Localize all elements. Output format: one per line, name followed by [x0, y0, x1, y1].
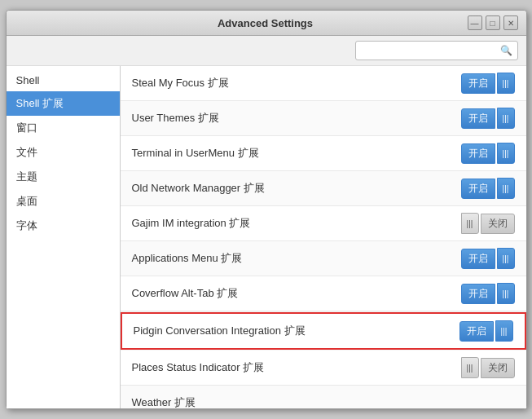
sidebar-item-shell[interactable]: Shell [7, 69, 120, 91]
row-label-user-themes: User Themes 扩展 [132, 111, 461, 126]
toggle-on-button-steal-my-focus[interactable]: 开启 [461, 73, 495, 94]
row-label-gajim-im: Gajim IM integration 扩展 [132, 216, 461, 231]
settings-row-places-status: Places Status Indicator 扩展|||关闭 [121, 351, 526, 386]
toggle-on-button-coverflow-alt-tab[interactable]: 开启 [461, 284, 495, 304]
settings-row-coverflow-alt-tab: Coverflow Alt-Tab 扩展开启||| [121, 276, 526, 311]
toggle-group-old-network-manager: 开启||| [461, 178, 515, 199]
toggle-on-button-applications-menu[interactable]: 开启 [461, 249, 495, 269]
row-label-applications-menu: Applications Menu 扩展 [132, 251, 461, 266]
sidebar: ShellShell 扩展窗口文件主题桌面字体 [7, 66, 121, 408]
row-label-old-network-manager: Old Network Managger 扩展 [132, 181, 461, 196]
settings-row-gajim-im: Gajim IM integration 扩展|||关闭 [121, 206, 526, 241]
row-label-coverflow-alt-tab: Coverflow Alt-Tab 扩展 [132, 286, 461, 301]
sidebar-item-shell-extensions[interactable]: Shell 扩展 [7, 91, 120, 116]
main-window: Advanced Settings — □ ✕ 🔍 ShellShell 扩展窗… [6, 10, 527, 409]
search-icon: 🔍 [500, 45, 512, 56]
settings-row-pidgin-conversation: Pidgin Conversation Integration 扩展开启||| [121, 312, 526, 350]
toggle-group-terminal-in-usermenu: 开启||| [461, 143, 515, 164]
toggle-on-button-old-network-manager[interactable]: 开启 [461, 179, 495, 199]
toggle-group-places-status: |||关闭 [461, 357, 515, 378]
sidebar-item-window[interactable]: 窗口 [7, 116, 120, 140]
settings-row-user-themes: User Themes 扩展开启||| [121, 101, 526, 136]
minimize-button[interactable]: — [468, 15, 482, 30]
settings-row-applications-menu: Applications Menu 扩展开启||| [121, 241, 526, 276]
settings-row-old-network-manager: Old Network Managger 扩展开启||| [121, 171, 526, 206]
row-label-steal-my-focus: Steal My Focus 扩展 [132, 76, 461, 90]
toggle-off-button-gajim-im[interactable]: 关闭 [481, 214, 515, 234]
settings-row-terminal-in-usermenu: Terminal in UserMenu 扩展开启||| [121, 136, 526, 171]
row-label-pidgin-conversation: Pidgin Conversation Integration 扩展 [134, 324, 459, 338]
settings-icon-pidgin-conversation[interactable]: ||| [495, 320, 513, 342]
row-label-terminal-in-usermenu: Terminal in UserMenu 扩展 [132, 146, 461, 161]
settings-icon-steal-my-focus[interactable]: ||| [497, 73, 515, 94]
toggle-group-applications-menu: 开启||| [461, 248, 515, 269]
settings-row-steal-my-focus: Steal My Focus 扩展开启||| [121, 66, 526, 101]
sidebar-item-desktop[interactable]: 桌面 [7, 189, 120, 214]
sidebar-item-file[interactable]: 文件 [7, 140, 120, 165]
toggle-group-user-themes: 开启||| [461, 108, 515, 129]
maximize-button[interactable]: □ [486, 15, 500, 30]
settings-icon-coverflow-alt-tab[interactable]: ||| [497, 283, 515, 304]
row-label-places-status: Places Status Indicator 扩展 [132, 360, 461, 375]
settings-icon-gajim-im[interactable]: ||| [461, 213, 479, 234]
window-controls: — □ ✕ [468, 15, 518, 30]
sidebar-item-theme[interactable]: 主题 [7, 165, 120, 189]
title-bar: Advanced Settings — □ ✕ [7, 11, 526, 36]
settings-icon-user-themes[interactable]: ||| [497, 108, 515, 129]
settings-icon-old-network-manager[interactable]: ||| [497, 178, 515, 199]
close-button[interactable]: ✕ [503, 15, 518, 30]
row-label-weather: Weather 扩展 [132, 395, 515, 409]
content-area: ShellShell 扩展窗口文件主题桌面字体 Steal My Focus 扩… [7, 66, 526, 408]
sidebar-item-font[interactable]: 字体 [7, 214, 120, 238]
toggle-off-button-places-status[interactable]: 关闭 [481, 358, 515, 378]
settings-icon-terminal-in-usermenu[interactable]: ||| [497, 143, 515, 164]
toggle-group-pidgin-conversation: 开启||| [459, 320, 513, 342]
settings-icon-applications-menu[interactable]: ||| [497, 248, 515, 269]
toggle-group-steal-my-focus: 开启||| [461, 73, 515, 94]
settings-icon-places-status[interactable]: ||| [461, 357, 479, 378]
toolbar: 🔍 [7, 36, 526, 66]
search-box[interactable]: 🔍 [355, 41, 518, 60]
settings-row-weather: Weather 扩展 [121, 386, 526, 408]
toggle-group-coverflow-alt-tab: 开启||| [461, 283, 515, 304]
toggle-on-button-pidgin-conversation[interactable]: 开启 [459, 321, 494, 342]
toggle-on-button-terminal-in-usermenu[interactable]: 开启 [461, 143, 495, 164]
main-content: Steal My Focus 扩展开启|||User Themes 扩展开启||… [121, 66, 526, 408]
toggle-group-gajim-im: |||关闭 [461, 213, 515, 234]
search-input[interactable] [361, 45, 500, 56]
toggle-on-button-user-themes[interactable]: 开启 [461, 108, 495, 129]
window-title: Advanced Settings [64, 17, 468, 29]
